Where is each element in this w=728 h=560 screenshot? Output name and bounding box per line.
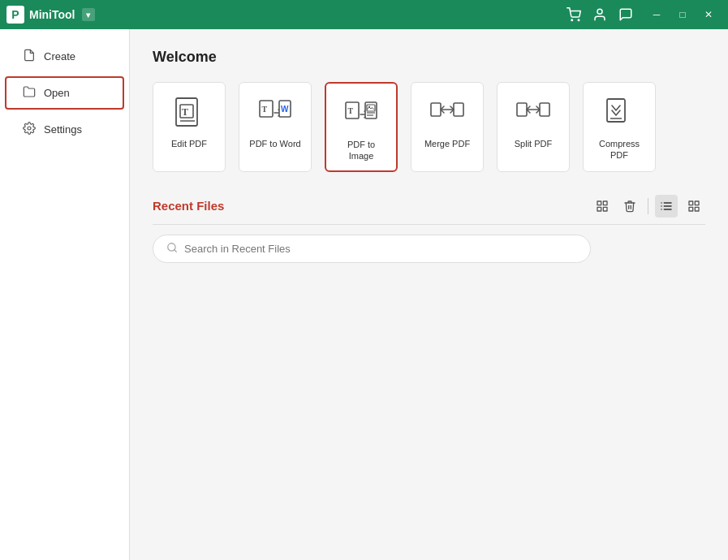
svg-rect-35 — [689, 201, 693, 205]
open-icon — [23, 85, 36, 101]
chat-icon-btn[interactable] — [614, 3, 637, 26]
svg-line-40 — [174, 249, 177, 252]
svg-rect-25 — [597, 201, 601, 205]
svg-rect-26 — [603, 201, 607, 205]
pdf-to-image-icon: T — [342, 95, 380, 132]
svg-text:T: T — [182, 106, 188, 118]
settings-icon — [23, 122, 36, 137]
recent-files-header: Recent Files — [153, 195, 705, 225]
svg-point-3 — [28, 127, 31, 130]
search-input[interactable] — [184, 243, 577, 255]
sidebar-label-settings: Settings — [44, 123, 82, 136]
feature-card-compress-pdf[interactable]: Compress PDF — [583, 82, 656, 172]
feature-card-merge-pdf[interactable]: Merge PDF — [411, 82, 484, 172]
recent-files-actions — [591, 195, 705, 218]
svg-text:T: T — [262, 105, 268, 114]
minimize-btn[interactable]: ─ — [644, 0, 670, 29]
svg-rect-28 — [603, 207, 607, 211]
pdf-to-word-label: PDF to Word — [249, 138, 300, 149]
svg-point-1 — [578, 19, 579, 21]
titlebar: P MiniTool ▾ ─ □ ✕ — [0, 0, 728, 29]
app-body: Create Open Settings Welcome — [0, 29, 728, 560]
sidebar: Create Open Settings — [0, 29, 130, 560]
svg-rect-20 — [454, 103, 463, 116]
split-pdf-label: Split PDF — [515, 138, 552, 149]
divider — [648, 198, 648, 214]
welcome-title: Welcome — [153, 49, 705, 66]
svg-rect-22 — [540, 103, 549, 116]
svg-rect-21 — [517, 103, 527, 116]
svg-rect-27 — [597, 207, 601, 211]
pdf-to-word-icon: T W — [256, 94, 294, 131]
svg-text:W: W — [281, 105, 289, 114]
recent-files-section: Recent Files — [153, 195, 705, 263]
recent-files-title: Recent Files — [153, 199, 591, 213]
titlebar-actions — [562, 3, 637, 26]
sidebar-label-open: Open — [44, 87, 70, 99]
close-btn[interactable]: ✕ — [696, 0, 722, 29]
import-btn[interactable] — [591, 195, 614, 218]
delete-btn[interactable] — [618, 195, 641, 218]
feature-card-pdf-to-word[interactable]: T W PDF to Word — [239, 82, 312, 172]
app-name: MiniTool — [29, 8, 75, 21]
app-logo[interactable]: P MiniTool ▾ — [6, 6, 95, 24]
logo-icon: P — [6, 6, 24, 24]
edit-pdf-label: Edit PDF — [171, 138, 207, 149]
main-content: Welcome T Edit PDF — [130, 29, 728, 560]
split-pdf-icon — [515, 94, 552, 131]
grid-view-btn[interactable] — [683, 195, 705, 218]
svg-point-2 — [597, 9, 602, 14]
feature-cards: T Edit PDF T W — [153, 82, 705, 172]
compress-pdf-icon — [601, 94, 638, 131]
feature-card-edit-pdf[interactable]: T Edit PDF — [153, 82, 226, 172]
sidebar-item-create[interactable]: Create — [5, 40, 124, 73]
svg-rect-37 — [689, 207, 693, 211]
svg-point-16 — [368, 106, 370, 108]
sidebar-item-settings[interactable]: Settings — [5, 113, 124, 146]
merge-pdf-label: Merge PDF — [424, 138, 470, 149]
feature-card-split-pdf[interactable]: Split PDF — [497, 82, 570, 172]
merge-pdf-icon — [429, 94, 466, 131]
maximize-btn[interactable]: □ — [670, 0, 696, 29]
compress-pdf-label: Compress PDF — [592, 138, 647, 162]
search-icon — [166, 242, 178, 256]
pdf-to-image-label: PDF to Image — [334, 139, 388, 162]
svg-text:T: T — [348, 106, 354, 115]
create-icon — [23, 49, 36, 64]
window-controls: ─ □ ✕ — [644, 0, 722, 29]
svg-rect-36 — [695, 201, 699, 205]
search-bar[interactable] — [153, 235, 591, 263]
sidebar-item-open[interactable]: Open — [5, 76, 124, 110]
user-icon-btn[interactable] — [588, 3, 611, 26]
svg-rect-38 — [695, 207, 699, 211]
svg-rect-19 — [431, 103, 441, 116]
sidebar-label-create: Create — [44, 50, 75, 62]
edit-pdf-icon: T — [170, 94, 208, 131]
app-dropdown-btn[interactable]: ▾ — [82, 8, 95, 21]
feature-card-pdf-to-image[interactable]: T PDF to Image — [325, 82, 398, 172]
svg-point-0 — [571, 19, 573, 21]
shop-icon-btn[interactable] — [562, 3, 585, 26]
list-view-btn[interactable] — [655, 195, 678, 218]
